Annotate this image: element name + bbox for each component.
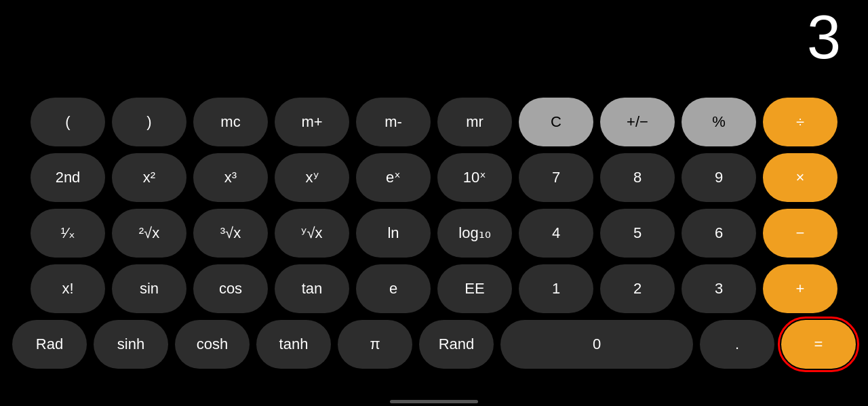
home-bar xyxy=(390,400,478,403)
btn-clear[interactable]: C xyxy=(519,98,593,146)
display-value: 3 xyxy=(807,3,841,71)
btn-0[interactable]: 0 xyxy=(500,320,693,369)
btn-rand[interactable]: Rand xyxy=(419,320,494,369)
btn-mc[interactable]: mc xyxy=(193,98,268,146)
calculator: ()mcm+m-mrC+/−%÷2ndx²x³xʸeˣ10ˣ789×¹⁄ₓ²√x… xyxy=(0,70,868,396)
home-indicator xyxy=(0,396,868,406)
row-4: RadsinhcoshtanhπRand0.= xyxy=(12,320,856,369)
btn-8[interactable]: 8 xyxy=(600,153,675,202)
btn-cosh[interactable]: cosh xyxy=(175,320,250,369)
btn-x-to-y[interactable]: xʸ xyxy=(275,153,349,202)
btn-percent[interactable]: % xyxy=(682,98,756,146)
btn-3[interactable]: 3 xyxy=(682,264,756,313)
btn-subtract[interactable]: − xyxy=(763,209,837,258)
btn-yth-root[interactable]: ʸ√x xyxy=(275,209,349,258)
btn-cos[interactable]: cos xyxy=(193,264,268,313)
row-1: 2ndx²x³xʸeˣ10ˣ789× xyxy=(12,153,856,202)
btn-2nd[interactable]: 2nd xyxy=(31,153,105,202)
btn-mr[interactable]: mr xyxy=(437,98,512,146)
btn-10-to-x[interactable]: 10ˣ xyxy=(437,153,512,202)
btn-3rd-root[interactable]: ³√x xyxy=(193,209,268,258)
btn-sin[interactable]: sin xyxy=(112,264,186,313)
btn-log10[interactable]: log₁₀ xyxy=(437,209,512,258)
btn-ee[interactable]: EE xyxy=(437,264,512,313)
btn-multiply[interactable]: × xyxy=(763,153,837,202)
btn-factorial[interactable]: x! xyxy=(31,264,105,313)
btn-2nd-root[interactable]: ²√x xyxy=(112,209,186,258)
btn-decimal[interactable]: . xyxy=(700,320,774,369)
btn-1[interactable]: 1 xyxy=(519,264,593,313)
btn-add[interactable]: + xyxy=(763,264,837,313)
btn-tanh[interactable]: tanh xyxy=(256,320,331,369)
row-3: x!sincostaneEE123+ xyxy=(12,264,856,313)
btn-one-over-x[interactable]: ¹⁄ₓ xyxy=(31,209,105,258)
btn-open-paren[interactable]: ( xyxy=(31,98,105,146)
btn-x-squared[interactable]: x² xyxy=(112,153,186,202)
btn-m-minus[interactable]: m- xyxy=(356,98,431,146)
btn-plus-minus[interactable]: +/− xyxy=(600,98,675,146)
btn-close-paren[interactable]: ) xyxy=(112,98,186,146)
row-0: ()mcm+m-mrC+/−%÷ xyxy=(12,98,856,146)
btn-divide[interactable]: ÷ xyxy=(763,98,837,146)
btn-7[interactable]: 7 xyxy=(519,153,593,202)
row-2: ¹⁄ₓ²√x³√xʸ√xlnlog₁₀456− xyxy=(12,209,856,258)
btn-ln[interactable]: ln xyxy=(356,209,431,258)
btn-e-to-x[interactable]: eˣ xyxy=(356,153,431,202)
btn-5[interactable]: 5 xyxy=(600,209,675,258)
btn-tan[interactable]: tan xyxy=(275,264,349,313)
btn-m-plus[interactable]: m+ xyxy=(275,98,349,146)
btn-4[interactable]: 4 xyxy=(519,209,593,258)
btn-x-cubed[interactable]: x³ xyxy=(193,153,268,202)
btn-rad[interactable]: Rad xyxy=(12,320,87,369)
btn-equals[interactable]: = xyxy=(781,320,856,369)
btn-pi[interactable]: π xyxy=(338,320,412,369)
display: 3 xyxy=(0,0,868,70)
btn-6[interactable]: 6 xyxy=(682,209,756,258)
btn-euler[interactable]: e xyxy=(356,264,431,313)
btn-9[interactable]: 9 xyxy=(682,153,756,202)
btn-sinh[interactable]: sinh xyxy=(94,320,168,369)
btn-2[interactable]: 2 xyxy=(600,264,675,313)
